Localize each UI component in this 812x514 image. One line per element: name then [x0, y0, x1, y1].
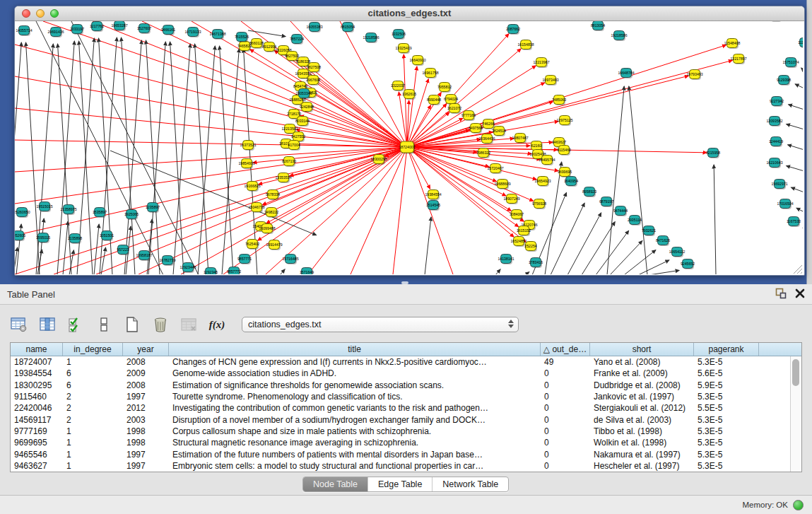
graph-node-label: 12213967	[533, 60, 549, 64]
graph-node-label: 1362615	[402, 92, 416, 96]
table-row[interactable]: 1938455462009Genome-wide association stu…	[11, 368, 801, 379]
graph-node-label: 8033144	[295, 119, 310, 123]
column-header-title[interactable]: title	[169, 343, 541, 356]
trash-icon[interactable]	[151, 315, 170, 334]
graph-node-label: 25260650	[15, 210, 30, 214]
table-header-row: namein_degreeyeartitle△ out_de…shortpage…	[11, 343, 801, 356]
table-body: 1872400712008Changes of HCN gene express…	[11, 356, 801, 472]
cell-short: Stergiakouli et al. (2012)	[590, 403, 694, 413]
window-title: citations_edges.txt	[15, 8, 804, 18]
cell-out_degree: 0	[541, 438, 590, 448]
column-header-name[interactable]: name	[11, 343, 63, 356]
select-rows-icon[interactable]	[66, 315, 85, 334]
graph-node-label: 15716485	[282, 257, 298, 261]
graph-node-label: 9756928	[532, 201, 546, 206]
function-icon[interactable]: f(x)	[208, 315, 226, 334]
row-height-icon[interactable]	[95, 315, 113, 334]
cell-in_degree: 6	[63, 368, 123, 378]
graph-node-label: 1332506	[392, 32, 406, 36]
graph-node-label: 12217897	[730, 57, 746, 61]
table-row[interactable]: 1830029562008Estimation of significance …	[11, 380, 801, 391]
graph-node-label: 1514545	[426, 203, 440, 207]
cell-pagerank: 5.6E-5	[694, 368, 759, 378]
graph-node-label: 1571649	[300, 270, 314, 274]
graph-node-label: 16055383	[306, 25, 322, 29]
column-header-year[interactable]: year	[123, 343, 169, 356]
cell-name: 18300295	[11, 380, 63, 390]
graph-node-label: 11548408	[724, 41, 741, 45]
cell-short: Nakamura et al. (1997)	[590, 450, 694, 460]
graph-node-label: 9827508	[307, 65, 321, 69]
cell-name: 9699695	[11, 438, 63, 448]
cell-in_degree: 1	[63, 438, 123, 448]
column-header-short[interactable]: short	[590, 343, 694, 356]
graph-node-label: 2033197	[70, 27, 84, 31]
cell-name: 19384554	[11, 368, 63, 378]
table-row[interactable]: 946554611997Estimation of the future num…	[11, 448, 801, 460]
table-row[interactable]: 946362711997Embryonic stem cells: a mode…	[11, 460, 801, 472]
graph-node-label: 7515526	[235, 35, 249, 39]
table-row[interactable]: 911546021997Tourette syndrome. Phenomeno…	[11, 391, 801, 402]
graph-node-label: 19166825	[244, 184, 260, 188]
cell-in_degree: 2	[63, 403, 123, 413]
float-panel-icon[interactable]	[775, 288, 787, 299]
cell-pagerank: 5.3E-5	[694, 426, 759, 436]
graph-node-label: 13325419	[395, 46, 411, 50]
cell-year: 1997	[123, 450, 169, 460]
cell-short: Wolkin et al. (1998)	[590, 438, 694, 448]
graph-node-label: 16914479	[266, 243, 282, 247]
new-document-icon[interactable]	[123, 315, 141, 334]
column-header-pagerank[interactable]: pagerank	[694, 343, 759, 356]
table-row[interactable]: 969969511998Structural magnetic resonanc…	[11, 437, 801, 448]
cell-title: Genome-wide association studies in ADHD.	[169, 368, 541, 378]
graph-node-label: 8471626	[656, 238, 670, 243]
graph-node-label: 14671388	[209, 32, 225, 36]
memory-status-label: Memory: OK	[742, 501, 788, 509]
cell-title: Disruption of a novel member of a sodium…	[169, 415, 541, 425]
cytoscape-screen: citations_edges.txt 74658228660128891295…	[0, 0, 812, 514]
window-resize-grip[interactable]	[794, 265, 802, 274]
cell-pagerank: 5.3E-5	[694, 357, 759, 367]
cell-out_degree: 0	[541, 461, 590, 471]
cell-name: 9463627	[11, 461, 63, 471]
column-header-in_degree[interactable]: in_degree	[63, 343, 123, 356]
cell-name: 22420046	[11, 403, 63, 413]
graph-node-label: 252254	[524, 244, 536, 248]
graph-node-label: 9474444	[613, 209, 628, 213]
tab-edge-table[interactable]: Edge Table	[368, 477, 433, 491]
table-settings-icon[interactable]	[10, 315, 28, 334]
network-window-titlebar[interactable]: citations_edges.txt	[15, 6, 804, 21]
table-row[interactable]: 1872400712008Changes of HCN gene express…	[11, 356, 801, 368]
tab-network-table[interactable]: Network Table	[433, 477, 508, 491]
network-canvas[interactable]: 7465822866012889129542322605898275038186…	[15, 21, 803, 274]
graph-node-label: 9245652	[681, 262, 695, 266]
graph-node-label: 20691436	[47, 30, 64, 34]
cell-in_degree: 2	[63, 392, 123, 402]
memory-status-indicator	[793, 500, 804, 510]
cell-title: Corpus callosum shape and size in male p…	[169, 426, 541, 436]
vertical-scrollbar[interactable]	[790, 356, 801, 472]
graph-node-label: 14055714	[16, 28, 32, 33]
table-row[interactable]: 2242004622012Investigating the contribut…	[11, 402, 801, 414]
tab-node-table[interactable]: Node Table	[303, 477, 368, 491]
table-row[interactable]: 1456911722003Disruption of a novel membe…	[11, 414, 801, 425]
table-selector-value: citations_edges.txt	[248, 320, 322, 329]
graph-node-label: 13353534	[275, 175, 291, 180]
graph-node-label: 21358975	[60, 207, 76, 211]
graph-node-label: 9427552	[291, 134, 305, 139]
table-mode-tabs: Node TableEdge TableNetwork Table	[302, 477, 509, 492]
graph-node-label: 9227342	[770, 99, 784, 103]
graph-node-label: 10654112	[669, 250, 686, 254]
table-selector-dropdown[interactable]: citations_edges.txt	[242, 317, 519, 332]
graph-node-label: 8990448	[427, 98, 441, 102]
graph-node-label: 8912954	[262, 45, 276, 49]
table-row[interactable]: 977716911998Corpus callosum shape and si…	[11, 426, 801, 437]
graph-node-label: 7932621	[642, 228, 656, 233]
citation-network-graph[interactable]: 7465822866012889129542322605898275038186…	[15, 21, 803, 274]
column-header-out_degree[interactable]: △ out_de…	[541, 343, 590, 356]
cell-pagerank: 5.3E-5	[694, 415, 759, 425]
close-panel-icon[interactable]	[795, 288, 805, 298]
select-column-icon[interactable]	[38, 315, 57, 334]
scrollbar-thumb[interactable]	[792, 359, 799, 386]
cell-pagerank: 5.3E-5	[694, 438, 759, 448]
